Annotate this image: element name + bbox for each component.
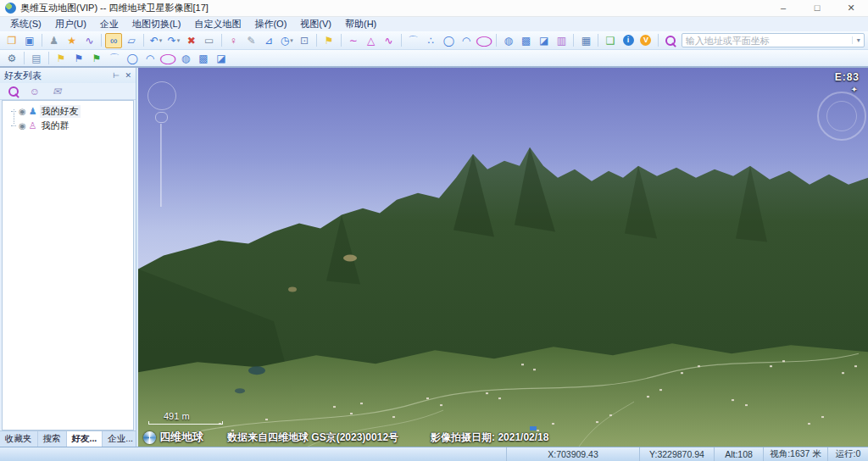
group-icon: ♙ xyxy=(29,120,37,131)
menu-map-switch[interactable]: 地图切换(L) xyxy=(125,18,187,31)
panel-title: 好友列表 xyxy=(4,69,42,82)
toolbar-separator xyxy=(496,34,497,47)
pin-yellow-icon[interactable]: ⚑ xyxy=(53,51,70,66)
zoom-slider-track[interactable] xyxy=(160,124,162,207)
select-region-icon[interactable]: ▱ xyxy=(123,33,140,48)
circle-icon[interactable]: ◯ xyxy=(124,51,141,66)
panel-tabs: 收藏夹搜索好友...企业...企业... xyxy=(0,430,136,447)
measure-area-icon[interactable]: ⊿ xyxy=(260,33,277,48)
redo-icon[interactable]: ↷ xyxy=(165,33,182,48)
track-icon[interactable]: ∿ xyxy=(81,33,98,48)
menu-view[interactable]: 视图(V) xyxy=(293,18,338,31)
clear-selection-icon[interactable]: ▭ xyxy=(201,33,218,48)
visibility-eye-icon[interactable]: ◉ xyxy=(19,121,26,131)
menu-custom-map[interactable]: 自定义地图 xyxy=(187,18,248,31)
friends-icon[interactable]: ♟ xyxy=(46,33,63,48)
arc2-icon[interactable]: ◠ xyxy=(142,51,159,66)
arc-icon[interactable]: ⌒ xyxy=(106,51,123,66)
status-bar: X:703909.43Y:3229870.94Alt:108视角:1637 米运… xyxy=(0,447,868,461)
search-dropdown-icon[interactable]: ▾ xyxy=(852,36,864,44)
search-icon[interactable] xyxy=(662,33,679,48)
pushpin-icon[interactable]: ⚑ xyxy=(320,33,337,48)
draw-scatter-icon[interactable]: ∴ xyxy=(422,33,439,48)
placemark-icon[interactable]: ♀ xyxy=(225,33,242,48)
info-icon[interactable]: i xyxy=(620,33,637,48)
close-button[interactable]: ✕ xyxy=(846,3,856,14)
fill-bars-icon[interactable]: ▥ xyxy=(554,33,570,48)
tree-item-my-friends[interactable]: ◉ ♟ 我的好友 xyxy=(4,104,133,119)
provider-logo-text: 四维地球 xyxy=(159,430,203,445)
history-imagery-icon[interactable]: ◷ xyxy=(278,33,295,48)
data-table-icon[interactable]: ▦ xyxy=(577,33,594,48)
draw-polyline-icon[interactable]: ∼ xyxy=(345,33,362,48)
undo-icon[interactable]: ↶ xyxy=(147,33,164,48)
tab-search[interactable]: 搜索 xyxy=(38,431,67,447)
settings-gear-icon[interactable]: ⚙ xyxy=(3,51,20,66)
app-window: 奥维互动地图(VIP) -- 四维地球卫星影像图[17] – □ ✕ 系统(S)… xyxy=(0,0,868,461)
compass-needle-icon[interactable]: ✦ xyxy=(851,85,858,94)
favorites-star-icon[interactable]: ★ xyxy=(64,33,81,48)
open-folder-icon[interactable]: ❐ xyxy=(3,33,20,48)
elevation-angle-label: E:83 xyxy=(835,71,860,83)
tab-friends[interactable]: 好友... xyxy=(67,431,103,447)
person-icon: ♟ xyxy=(29,106,37,117)
pan-control[interactable] xyxy=(147,81,176,110)
fill-polygon-icon[interactable]: ◪ xyxy=(213,51,230,66)
pin-blue-icon[interactable]: ⚑ xyxy=(70,51,87,66)
menu-enterprise[interactable]: 企业 xyxy=(93,18,125,31)
draw-arc-icon[interactable]: ⌒ xyxy=(405,33,422,48)
friend-chat-icon[interactable]: ☺ xyxy=(28,85,42,98)
draw-arc2-icon[interactable]: ◠ xyxy=(458,33,475,48)
panel-pin-icon[interactable]: ⊥ xyxy=(112,72,120,79)
menu-user[interactable]: 用户(U) xyxy=(48,18,93,31)
draw-curve-icon[interactable]: ∿ xyxy=(381,33,398,48)
data-attribution: 数据来自四维地球 GS京(2023)0012号 xyxy=(227,430,398,445)
delete-icon[interactable]: ✖ xyxy=(183,33,200,48)
draw-ellipse-icon[interactable]: ◯ xyxy=(476,33,492,48)
save-icon[interactable]: ▣ xyxy=(21,33,38,48)
visibility-eye-icon[interactable]: ◉ xyxy=(19,107,26,116)
new-document-icon[interactable]: ▤ xyxy=(28,51,45,66)
chat-icon[interactable]: ❑ xyxy=(602,33,619,48)
draw-circle-icon[interactable]: ◯ xyxy=(440,33,457,48)
scale-bar xyxy=(148,421,223,425)
toolbar-separator xyxy=(48,52,49,64)
minimize-button[interactable]: – xyxy=(778,3,788,14)
panel-close-icon[interactable]: ✕ xyxy=(125,71,131,80)
tab-enterprise-1[interactable]: 企业... xyxy=(103,431,139,447)
fill-rect-icon[interactable]: ▩ xyxy=(195,51,212,66)
friend-search-icon[interactable] xyxy=(6,85,19,98)
fill-circle-icon[interactable]: ◍ xyxy=(500,33,517,48)
ellipse-icon[interactable]: ◯ xyxy=(159,51,176,66)
menu-system[interactable]: 系统(S) xyxy=(3,18,48,31)
status-spacer xyxy=(0,447,506,461)
map-viewport[interactable]: E:83 ✦ 491 m 四维地球 数据来自四维地球 GS京(2023)0012… xyxy=(138,68,868,447)
record-video-icon[interactable]: ⊡ xyxy=(296,33,313,48)
menu-help[interactable]: 帮助(H) xyxy=(338,18,383,31)
search-box: ▾ xyxy=(682,33,865,47)
tree-item-my-groups[interactable]: ◉ ♙ 我的群 xyxy=(4,119,133,133)
search-input[interactable] xyxy=(682,36,852,46)
pin-green-icon[interactable]: ⚑ xyxy=(88,51,105,66)
draw-triangle-icon[interactable]: △ xyxy=(363,33,380,48)
toolbar-separator xyxy=(24,52,25,64)
tree-connector xyxy=(11,111,16,112)
friend-mail-icon[interactable]: ✉ xyxy=(50,85,64,98)
vip-icon[interactable]: V xyxy=(637,33,654,48)
menu-operate[interactable]: 操作(O) xyxy=(248,18,293,31)
fill-circle-icon[interactable]: ◍ xyxy=(177,51,194,66)
panel-toolbar: ☺✉ xyxy=(0,83,136,100)
tab-favorites[interactable]: 收藏夹 xyxy=(0,431,38,447)
tree-connector xyxy=(11,125,16,126)
fill-polygon-icon[interactable]: ◪ xyxy=(536,33,553,48)
status-x: X:703909.43 xyxy=(506,447,639,461)
fill-rect-icon[interactable]: ▩ xyxy=(518,33,535,48)
measure-distance-icon[interactable]: ✎ xyxy=(243,33,260,48)
toolbar-separator xyxy=(221,34,222,47)
map-attribution-row: 四维地球 数据来自四维地球 GS京(2023)0012号 影像拍摄日期: 202… xyxy=(143,430,548,445)
status-view-angle: 视角:1637 米 xyxy=(763,447,827,461)
terrain-imagery xyxy=(138,68,868,447)
maximize-button[interactable]: □ xyxy=(812,3,822,14)
view-3d-icon[interactable]: ∞ xyxy=(105,33,122,48)
zoom-slider-handle[interactable] xyxy=(155,112,168,123)
